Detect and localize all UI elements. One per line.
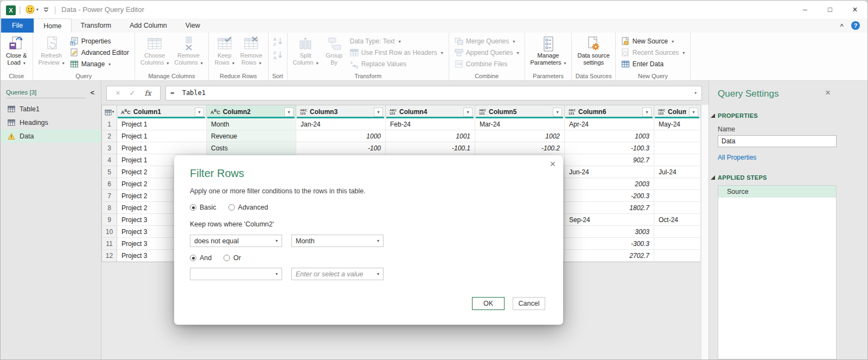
value2-select[interactable]: Enter or select a value▾ <box>291 268 384 280</box>
cancel-button[interactable]: Cancel <box>513 297 545 310</box>
remove-rows-button[interactable]: RemoveRows ▾ <box>238 34 265 68</box>
grid-cell[interactable]: Month <box>207 118 296 130</box>
data-source-settings-button[interactable]: Data sourcesettings <box>575 34 612 67</box>
choose-columns-button[interactable]: ChooseColumns ▾ <box>138 34 171 68</box>
grid-cell[interactable]: Project 1 <box>117 118 207 130</box>
manage-parameters-button[interactable]: ManageParameters ▾ <box>528 34 569 68</box>
sort-ascending-button[interactable]: AZ <box>273 36 282 48</box>
formula-input[interactable]: = Table1 ▾ <box>165 86 702 100</box>
formula-accept-icon[interactable]: ✓ <box>129 89 136 97</box>
column-header-column2[interactable]: ABCColumn2▾ <box>207 105 296 118</box>
close-button[interactable]: × <box>843 1 867 18</box>
dialog-close-icon[interactable]: × <box>550 159 556 170</box>
row-number[interactable]: 10 <box>102 226 117 238</box>
grid-cell[interactable]: 2003 <box>565 178 654 190</box>
tab-home[interactable]: Home <box>34 18 71 33</box>
replace-values-button[interactable]: 12Replace Values <box>348 59 445 70</box>
grid-cell[interactable]: -100.1 <box>386 142 475 154</box>
row-number[interactable]: 11 <box>102 238 117 250</box>
group-by-button[interactable]: GroupBy <box>321 34 347 67</box>
new-source-button[interactable]: New Source▾ <box>620 36 686 47</box>
column-filter-button[interactable]: ▾ <box>642 108 652 117</box>
enter-data-button[interactable]: Enter Data <box>620 59 686 70</box>
row-number[interactable]: 12 <box>102 250 117 262</box>
row-number[interactable]: 2 <box>102 130 117 142</box>
applied-step-source[interactable]: Source <box>718 186 836 198</box>
collapse-queries-pane-icon[interactable]: < <box>86 89 95 99</box>
grid-cell[interactable]: 1001 <box>386 130 475 142</box>
grid-cell[interactable]: 902.7 <box>565 154 654 166</box>
tab-transform[interactable]: Transform <box>72 18 121 33</box>
grid-cell[interactable]: Project 1 <box>117 130 207 142</box>
logic-and-radio[interactable]: And <box>190 254 212 262</box>
grid-cell[interactable]: -200.3 <box>565 190 654 202</box>
column-header-column1[interactable]: ABCColumn1▾ <box>117 105 207 118</box>
query-name-input[interactable] <box>718 135 837 147</box>
ok-button[interactable]: OK <box>472 297 505 310</box>
sort-descending-button[interactable]: ZA <box>273 50 282 62</box>
close-load-button[interactable]: Close &Load ▾ <box>3 34 30 68</box>
grid-cell[interactable]: Sep-24 <box>565 214 654 226</box>
table-options-button[interactable]: ▾ <box>102 105 117 118</box>
row-number[interactable]: 6 <box>102 178 117 190</box>
grid-cell[interactable]: Oct-24 <box>654 214 701 226</box>
grid-cell[interactable] <box>654 250 701 262</box>
column-filter-button[interactable]: ▾ <box>689 108 698 117</box>
append-queries-button[interactable]: Append Queries▾ <box>453 47 521 58</box>
merge-queries-button[interactable]: Merge Queries▾ <box>453 36 521 47</box>
column-filter-button[interactable]: ▾ <box>195 108 204 117</box>
recent-sources-button[interactable]: Recent Sources▾ <box>620 47 686 58</box>
operator1-select[interactable]: does not equal▾ <box>190 235 282 247</box>
sidebar-item-data[interactable]: Data <box>1 129 101 143</box>
data-type-text-button[interactable]: Data Type: Text▾ <box>348 36 445 47</box>
grid-cell[interactable]: -100.3 <box>565 142 654 154</box>
applied-steps-section-header[interactable]: APPLIED STEPS <box>718 174 867 181</box>
grid-cell[interactable]: Jan-24 <box>296 118 386 130</box>
grid-cell[interactable]: Mar-24 <box>475 118 565 130</box>
advanced-editor-button[interactable]: Advanced Editor <box>68 47 131 58</box>
tab-file[interactable]: File <box>1 18 34 33</box>
manage-button[interactable]: Manage▾ <box>68 59 131 70</box>
grid-cell[interactable]: Apr-24 <box>565 118 654 130</box>
grid-cell[interactable] <box>654 178 701 190</box>
filter-mode-basic-radio[interactable]: Basic <box>190 204 216 211</box>
grid-cell[interactable] <box>654 238 701 250</box>
row-number[interactable]: 7 <box>102 190 117 202</box>
collapse-ribbon-icon[interactable]: ^ <box>840 23 844 29</box>
grid-cell[interactable]: Costs <box>207 142 296 154</box>
column-filter-button[interactable]: ▾ <box>553 108 562 117</box>
tab-add-column[interactable]: Add Column <box>120 18 176 33</box>
query-settings-close-icon[interactable]: × <box>825 87 831 98</box>
column-header-column4[interactable]: ABC123Column4▾ <box>386 105 475 118</box>
column-filter-button[interactable]: ▾ <box>374 108 383 117</box>
grid-cell[interactable]: -300.3 <box>565 238 654 250</box>
grid-cell[interactable] <box>654 130 701 142</box>
value1-select[interactable]: Month▾ <box>291 235 384 247</box>
operator2-select[interactable]: ▾ <box>190 268 282 280</box>
all-properties-link[interactable]: All Properties <box>718 154 867 161</box>
grid-cell[interactable] <box>654 142 701 154</box>
remove-columns-button[interactable]: RemoveColumns ▾ <box>171 34 205 68</box>
grid-cell[interactable] <box>654 202 701 214</box>
grid-cell[interactable] <box>654 154 701 166</box>
maximize-button[interactable]: □ <box>818 1 843 18</box>
column-header-column3[interactable]: ABC123Column3▾ <box>296 105 386 118</box>
grid-cell[interactable]: Revenue <box>207 130 296 142</box>
keep-rows-button[interactable]: KeepRows ▾ <box>212 34 238 68</box>
row-number[interactable]: 8 <box>102 202 117 214</box>
properties-button[interactable]: Properties <box>68 36 131 47</box>
grid-cell[interactable]: 1000 <box>296 130 386 142</box>
row-number[interactable]: 1 <box>102 118 117 130</box>
column-header-column6[interactable]: ABC123Column6▾ <box>565 105 654 118</box>
grid-cell[interactable]: Jun-24 <box>565 166 654 178</box>
row-number[interactable]: 9 <box>102 214 117 226</box>
logic-or-radio[interactable]: Or <box>224 254 241 262</box>
help-icon[interactable]: ? <box>851 21 860 30</box>
grid-cell[interactable]: 1802.7 <box>565 202 654 214</box>
column-filter-button[interactable]: ▾ <box>284 108 293 117</box>
grid-cell[interactable] <box>654 190 701 202</box>
grid-cell[interactable]: 3003 <box>565 226 654 238</box>
row-number[interactable]: 4 <box>102 154 117 166</box>
row-number[interactable]: 3 <box>102 142 117 154</box>
grid-cell[interactable]: Feb-24 <box>386 118 475 130</box>
